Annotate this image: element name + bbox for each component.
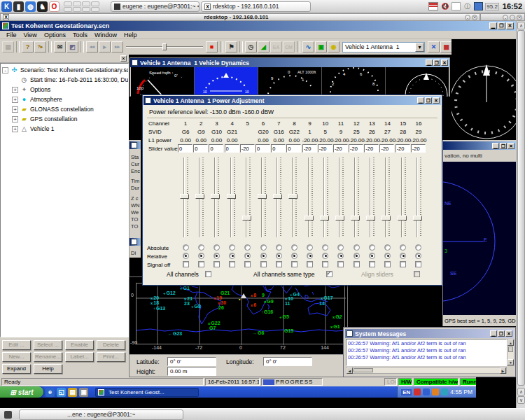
scroll-down-icon[interactable]: ∨: [517, 396, 525, 404]
tray-icon-monitor[interactable]: [441, 388, 448, 396]
power-slider-ch14[interactable]: [379, 156, 395, 239]
fast-forward-icon[interactable]: ▸▸: [111, 41, 123, 52]
minimize-button[interactable]: ▁: [489, 22, 497, 29]
opera-icon[interactable]: O: [49, 1, 59, 12]
slider-value-input-ch15[interactable]: [396, 144, 410, 153]
taskbar-item-app[interactable]: Test Koherent Geost...: [95, 388, 199, 397]
signal-off-checkbox-ch6[interactable]: [260, 261, 267, 267]
slider-value-input-ch10[interactable]: [318, 144, 332, 153]
signal-off-checkbox-ch13[interactable]: [369, 261, 375, 267]
slider-value-input-ch5[interactable]: [240, 144, 255, 153]
rdesktop-vertical-scrollbar[interactable]: ∧ ∧ ∨: [516, 21, 525, 413]
absolute-radio-ch12[interactable]: [354, 244, 360, 251]
power-slider-ch1[interactable]: [178, 156, 193, 239]
power-slider-ch8[interactable]: [286, 156, 302, 239]
power-slider-ch6[interactable]: [255, 156, 271, 239]
power-slider-ch4[interactable]: [225, 156, 240, 239]
tree-item-atmosphere[interactable]: +●Atmosphere: [2, 94, 128, 104]
tree-item-glonass[interactable]: +▰GLONASS constellation: [2, 104, 128, 114]
slider-value-input-ch12[interactable]: [349, 144, 363, 153]
slider-thumb[interactable]: [382, 216, 391, 220]
all-channels-checkbox[interactable]: [205, 271, 211, 277]
relative-radio-ch11[interactable]: [337, 253, 344, 259]
browser-icon[interactable]: ◍: [25, 1, 36, 12]
scroll-thumb[interactable]: [508, 346, 513, 352]
keyboard-layout-icon[interactable]: [428, 2, 438, 10]
minimize-button[interactable]: ⌄: [503, 15, 508, 20]
absolute-radio-ch11[interactable]: [337, 244, 344, 251]
signal-off-checkbox-ch9[interactable]: [307, 261, 313, 267]
relative-radio-ch8[interactable]: [291, 253, 298, 259]
monitor-icon[interactable]: ▣: [315, 41, 327, 52]
scroll-up-icon[interactable]: ▲: [507, 340, 514, 346]
target-icon[interactable]: ◉: [328, 41, 340, 52]
flag-icon[interactable]: ⚑: [225, 41, 237, 52]
signal-off-checkbox-ch4[interactable]: [229, 261, 235, 267]
power-slider-ch3[interactable]: [209, 156, 224, 239]
maximize-button[interactable]: ❐: [500, 143, 507, 149]
signal-off-checkbox-ch14[interactable]: [384, 261, 391, 267]
clipboard-icon[interactable]: [451, 2, 461, 10]
signal-off-checkbox-ch10[interactable]: [322, 261, 328, 267]
slider-value-input-ch16[interactable]: [411, 144, 426, 153]
power-slider-ch16[interactable]: [411, 156, 426, 239]
power-slider-ch7[interactable]: [271, 156, 286, 239]
relative-radio-ch12[interactable]: [354, 253, 360, 259]
context-help-icon[interactable]: ?▸: [34, 41, 46, 52]
slider-value-input-ch14[interactable]: [379, 144, 394, 153]
clock-icon[interactable]: ◷: [245, 41, 257, 52]
tray-icon-orange[interactable]: [432, 388, 439, 396]
signal-off-checkbox-ch3[interactable]: [214, 261, 220, 267]
taskbar-item-terminal[interactable]: eugene : eugene@P3001:~ <5>: [111, 1, 200, 12]
system-messages-window[interactable]: System Messages ▁ ❐ ✕ 00:26:57 Warning: …: [343, 327, 516, 377]
scroll-up-icon[interactable]: ∧: [517, 22, 525, 29]
quicklaunch-desktop-icon[interactable]: ◱: [57, 388, 66, 397]
absolute-radio-ch15[interactable]: [400, 244, 406, 251]
signal-off-checkbox-ch5[interactable]: [244, 261, 251, 267]
height-field[interactable]: [167, 367, 216, 376]
sensor-monitor[interactable]: 95.2: [485, 3, 499, 10]
power-slider-ch13[interactable]: [364, 156, 379, 239]
tray-icon-blue[interactable]: [423, 388, 430, 396]
menu-options[interactable]: Options: [41, 31, 69, 38]
absolute-radio-ch13[interactable]: [369, 244, 375, 251]
close-button[interactable]: ✕: [517, 15, 522, 20]
tree-expander[interactable]: +: [12, 97, 18, 103]
desktop-pager[interactable]: [64, 1, 99, 12]
relative-radio-ch4[interactable]: [229, 253, 235, 259]
app-titlebar[interactable]: Test Koherent Geostationary.scn ▁ ❐ ✕: [0, 21, 516, 31]
absolute-radio-ch8[interactable]: [291, 244, 298, 251]
vehicle-dynamics-window[interactable]: Vehicle 1 Antenna 1 Vehicle Dynamics ▁ ❐…: [130, 57, 450, 97]
all-channels-same-type-checkbox[interactable]: [326, 271, 332, 277]
slider-value-input-ch13[interactable]: [364, 144, 379, 153]
user-icon[interactable]: ◩: [66, 41, 78, 52]
signal-off-checkbox-ch2[interactable]: [198, 261, 204, 267]
slider-thumb[interactable]: [242, 216, 251, 220]
relative-radio-ch9[interactable]: [307, 253, 313, 259]
scroll-right-icon[interactable]: ▶: [500, 368, 506, 374]
signal-off-checkbox-ch11[interactable]: [337, 261, 344, 267]
expand-button[interactable]: Expand: [2, 364, 31, 374]
scroll-thumb[interactable]: [517, 30, 525, 386]
info-icon[interactable]: ⓘ: [463, 2, 472, 10]
relative-radio-ch16[interactable]: [415, 253, 421, 259]
latitude-field[interactable]: [167, 357, 216, 366]
absolute-radio-ch1[interactable]: [183, 244, 189, 251]
scenario-tree[interactable]: -✣Scenario: Test Koherent Geostationary.…: [0, 63, 129, 337]
tree-item-vehicle[interactable]: +△Vehicle 1: [2, 124, 128, 134]
mail-client-icon[interactable]: ♞: [37, 1, 48, 12]
playback-speed-slider[interactable]: [126, 42, 203, 52]
menu-view[interactable]: View: [20, 31, 41, 38]
slider-thumb[interactable]: [366, 216, 375, 220]
slider-thumb[interactable]: [180, 194, 189, 199]
signal-off-checkbox-ch15[interactable]: [400, 261, 406, 267]
maximize-button[interactable]: ❐: [425, 97, 432, 104]
rdesktop-titlebar[interactable]: X rdesktop - 192.168.0.101 ⌄ ✕: [0, 13, 480, 21]
panel-icon[interactable]: [4, 411, 12, 419]
help-icon[interactable]: ?: [22, 41, 34, 52]
power-adjustment-dialog[interactable]: Vehicle 1 Antenna 1 Power Adjustment ▁ ❐…: [142, 94, 442, 286]
power-dialog-titlebar[interactable]: Vehicle 1 Antenna 1 Power Adjustment ▁ ❐…: [144, 96, 441, 105]
power-icon[interactable]: ▦: [440, 41, 452, 52]
slider-thumb[interactable]: [273, 194, 282, 199]
signal-off-checkbox-ch7[interactable]: [276, 261, 282, 267]
